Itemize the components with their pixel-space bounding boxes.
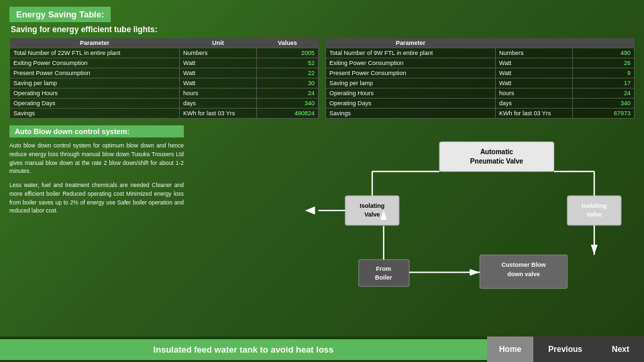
table-cell: Present Power Consumption xyxy=(10,68,180,78)
table-cell: 30 xyxy=(257,78,319,88)
table-row: Total Number of 9W FTL in entire plantNu… xyxy=(326,48,635,58)
table-cell: Watt xyxy=(496,78,573,88)
table-cell: hours xyxy=(496,88,573,99)
table-cell: Watt xyxy=(180,78,257,88)
table-row: Operating Daysdays340 xyxy=(10,99,319,109)
table-cell: Watt xyxy=(496,58,573,68)
svg-rect-7 xyxy=(568,196,621,225)
table-cell: Savings xyxy=(326,109,496,119)
table-left: Parameter Unit Values Total Number of 22… xyxy=(9,38,319,119)
auto-blow-title: Auto Blow down control system: xyxy=(9,125,184,137)
insulated-label: Insulated feed water tank to avoid heat … xyxy=(0,339,487,360)
table-cell: Watt xyxy=(496,68,573,78)
diagram-area: Automatic Pneumatic Valve Isolating Valv… xyxy=(191,125,635,320)
svg-text:Valve: Valve xyxy=(586,211,602,218)
page-container: Energy Saving Table: Saving for energy e… xyxy=(0,0,644,362)
left-panel: Auto Blow down control system: Auto blow… xyxy=(9,125,184,320)
table-cell: 26 xyxy=(573,58,635,68)
svg-text:Pneumatic Valve: Pneumatic Valve xyxy=(470,158,523,165)
table-row: Saving per lampWatt17 xyxy=(326,78,635,88)
table-cell: Numbers xyxy=(180,48,257,58)
svg-text:Valve: Valve xyxy=(364,211,380,218)
col-values-right xyxy=(573,38,635,48)
previous-button[interactable]: Previous xyxy=(533,337,597,362)
table-cell: KWh for last 03 Yrs xyxy=(180,109,257,119)
table-row: Saving per lampWatt30 xyxy=(10,78,319,88)
table-cell: KWh for last 03 Yrs xyxy=(496,109,573,119)
table-cell: 490 xyxy=(573,48,635,58)
table-cell: Exiting Power Consumption xyxy=(326,58,496,68)
table-cell: Operating Days xyxy=(10,99,180,109)
tables-row: Parameter Unit Values Total Number of 22… xyxy=(9,38,635,119)
col-unit-right xyxy=(496,38,573,48)
table-row: Present Power ConsumptionWatt9 xyxy=(326,68,635,78)
col-unit-left: Unit xyxy=(180,38,257,48)
table-row: SavingsKWh for last 03 Yrs490824 xyxy=(10,109,319,119)
col-values-left: Values xyxy=(257,38,319,48)
auto-blow-para1: Auto blow down control system for optimu… xyxy=(9,141,184,176)
svg-rect-10 xyxy=(359,259,409,286)
col-parameter-left: Parameter xyxy=(10,38,180,48)
svg-text:down valve: down valve xyxy=(507,271,540,278)
table-cell: hours xyxy=(180,88,257,99)
table-cell: 17 xyxy=(573,78,635,88)
nav-buttons: Home Previous Next xyxy=(487,337,644,362)
table-cell: 9 xyxy=(573,68,635,78)
next-button[interactable]: Next xyxy=(597,337,644,362)
table-cell: Operating Hours xyxy=(10,88,180,99)
diagram-svg: Automatic Pneumatic Valve Isolating Valv… xyxy=(191,125,635,320)
table-cell: days xyxy=(496,99,573,109)
table-row: Operating Daysdays340 xyxy=(326,99,635,109)
table-cell: Exiting Power Consumption xyxy=(10,58,180,68)
svg-text:Automatic: Automatic xyxy=(480,148,513,156)
bottom-bar: Insulated feed water tank to avoid heat … xyxy=(0,337,644,362)
main-title: Energy Saving Table: xyxy=(9,7,111,22)
table-cell: Savings xyxy=(10,109,180,119)
table-cell: Saving per lamp xyxy=(326,78,496,88)
svg-text:Isolating: Isolating xyxy=(582,202,606,209)
table-cell: 24 xyxy=(573,88,635,99)
table-row: Exiting Power ConsumptionWatt52 xyxy=(10,58,319,68)
table-cell: Saving per lamp xyxy=(10,78,180,88)
table-cell: Total Number of 22W FTL in entire plant xyxy=(10,48,180,58)
table-cell: Numbers xyxy=(496,48,573,58)
table-cell: 2005 xyxy=(257,48,319,58)
table-row: Total Number of 22W FTL in entire plantN… xyxy=(10,48,319,58)
svg-text:Customer Blow: Customer Blow xyxy=(501,261,546,268)
table-cell: days xyxy=(180,99,257,109)
table-cell: 52 xyxy=(257,58,319,68)
table-cell: 24 xyxy=(257,88,319,99)
home-button[interactable]: Home xyxy=(487,337,533,362)
svg-text:Isolating: Isolating xyxy=(360,202,384,209)
svg-rect-4 xyxy=(345,196,399,225)
svg-text:From: From xyxy=(376,265,392,272)
table-cell: Watt xyxy=(180,58,257,68)
table-cell: Present Power Consumption xyxy=(326,68,496,78)
table-cell: Operating Hours xyxy=(326,88,496,99)
table-row: Operating Hourshours24 xyxy=(10,88,319,99)
table-cell: Total Number of 9W FTL in entire plant xyxy=(326,48,496,58)
table-row: Exiting Power ConsumptionWatt26 xyxy=(326,58,635,68)
table-cell: Operating Days xyxy=(326,99,496,109)
table-cell: Watt xyxy=(180,68,257,78)
table-cell: 340 xyxy=(257,99,319,109)
table-cell: 22 xyxy=(257,68,319,78)
auto-blow-para2: Less water, fuel and treatment chemicals… xyxy=(9,181,184,215)
table-cell: 490824 xyxy=(257,109,319,119)
col-parameter-right: Parameter xyxy=(326,38,496,48)
svg-text:Boiler: Boiler xyxy=(375,274,392,281)
table-cell: 340 xyxy=(573,99,635,109)
subtitle: Saving for energy efficient tube lights: xyxy=(11,25,635,34)
table-right: Parameter Total Number of 9W FTL in enti… xyxy=(325,38,635,119)
table-row: Present Power ConsumptionWatt22 xyxy=(10,68,319,78)
svg-rect-1 xyxy=(439,142,554,172)
content-area: Auto Blow down control system: Auto blow… xyxy=(9,125,635,320)
table-row: SavingsKWh for last 03 Yrs67973 xyxy=(326,109,635,119)
table-cell: 67973 xyxy=(573,109,635,119)
table-row: Operating Hourshours24 xyxy=(326,88,635,99)
